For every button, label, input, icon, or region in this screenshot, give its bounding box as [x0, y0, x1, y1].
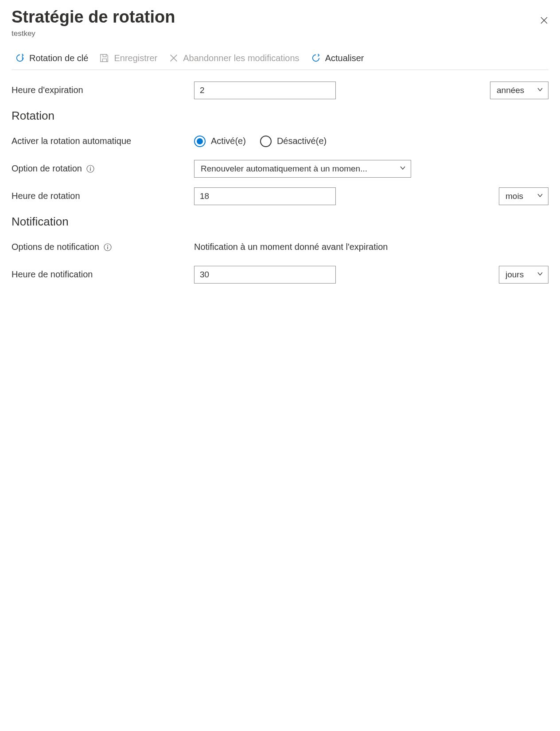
chevron-down-icon [537, 191, 544, 201]
chevron-down-icon [537, 86, 544, 95]
expiration-time-input[interactable] [194, 82, 336, 99]
key-rotation-button[interactable]: Rotation de clé [15, 53, 88, 63]
auto-rotation-label: Activer la rotation automatique [12, 136, 194, 146]
refresh-icon [15, 53, 25, 63]
page-title: Stratégie de rotation [12, 7, 175, 27]
auto-rotation-disabled-label: Désactivé(e) [277, 136, 327, 146]
discard-label: Abandonner les modifications [183, 53, 299, 63]
page-subtitle: testkey [12, 29, 175, 38]
refresh-button[interactable]: Actualiser [311, 53, 364, 63]
rotation-heading: Rotation [12, 109, 548, 123]
notification-options-label: Options de notification [12, 242, 99, 252]
close-button[interactable] [540, 16, 548, 27]
notification-time-input[interactable] [194, 266, 336, 284]
svg-rect-2 [90, 168, 91, 171]
save-label: Enregistrer [114, 53, 157, 63]
discard-button: Abandonner les modifications [169, 53, 299, 63]
chevron-down-icon [399, 164, 406, 174]
rotation-option-select[interactable]: Renouveler automatiquement à un momen... [194, 160, 411, 178]
auto-rotation-radio-group: Activé(e) Désactivé(e) [194, 136, 327, 147]
notification-options-text: Notification à un moment donné avant l'e… [194, 242, 388, 252]
key-rotation-label: Rotation de clé [29, 53, 88, 63]
rotation-unit-value: mois [506, 191, 531, 201]
chevron-down-icon [537, 270, 544, 280]
radio-icon [194, 136, 206, 147]
svg-point-4 [107, 245, 108, 246]
auto-rotation-enabled-radio[interactable]: Activé(e) [194, 136, 246, 147]
notification-unit-value: jours [506, 270, 531, 280]
close-icon [540, 19, 548, 26]
expiration-unit-value: années [497, 86, 531, 95]
notification-heading: Notification [12, 215, 548, 229]
notification-time-label: Heure de notification [12, 269, 194, 280]
notification-unit-select[interactable]: jours [499, 266, 548, 284]
rotation-option-value: Renouveler automatiquement à un momen... [201, 164, 394, 174]
radio-icon [260, 136, 272, 147]
info-icon[interactable] [104, 243, 112, 251]
refresh-icon [311, 53, 321, 63]
refresh-label: Actualiser [325, 53, 364, 63]
toolbar: Rotation de clé Enregistrer Abandonner l… [12, 43, 548, 70]
expiration-time-label: Heure d'expiration [12, 85, 194, 95]
rotation-option-label: Option de rotation [12, 163, 82, 174]
info-icon[interactable] [86, 165, 94, 173]
rotation-time-label: Heure de rotation [12, 191, 194, 201]
save-icon [100, 53, 109, 63]
rotation-unit-select[interactable]: mois [499, 187, 548, 205]
auto-rotation-enabled-label: Activé(e) [211, 136, 246, 146]
svg-rect-5 [107, 246, 108, 249]
rotation-time-input[interactable] [194, 187, 336, 205]
svg-point-1 [90, 167, 91, 167]
save-button: Enregistrer [100, 53, 157, 63]
expiration-unit-select[interactable]: années [490, 82, 548, 99]
discard-icon [169, 53, 179, 63]
auto-rotation-disabled-radio[interactable]: Désactivé(e) [260, 136, 327, 147]
